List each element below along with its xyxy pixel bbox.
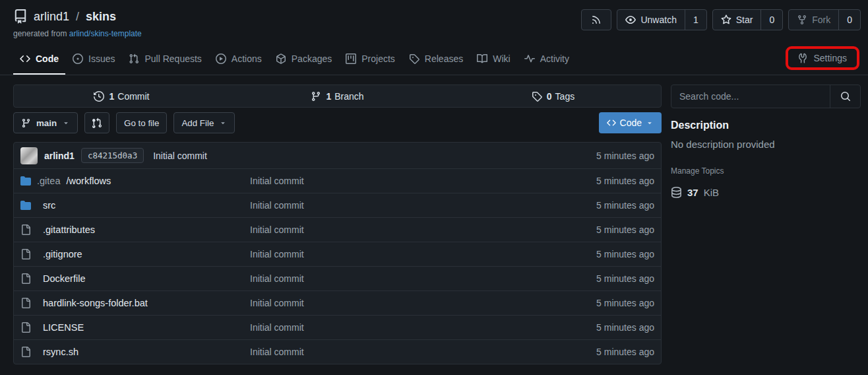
tags-label: Tags xyxy=(555,91,575,102)
rss-button[interactable] xyxy=(581,9,611,30)
file-link[interactable]: .gitignore xyxy=(43,249,82,259)
table-row: Dockerfile Initial commit 5 minutes ago xyxy=(14,266,661,290)
star-icon xyxy=(721,15,731,25)
file-commit-message[interactable]: Initial commit xyxy=(250,347,304,357)
commit-message-link[interactable]: Initial commit xyxy=(153,151,207,161)
file-commit-message[interactable]: Initial commit xyxy=(250,298,304,308)
watch-button-group: Unwatch 1 xyxy=(617,9,706,30)
file-commit-message[interactable]: Initial commit xyxy=(250,322,304,333)
file-commit-time: 5 minutes ago xyxy=(596,322,654,333)
table-row: hardlink-songs-folder.bat Initial commit… xyxy=(14,290,661,315)
avatar[interactable] xyxy=(20,147,38,164)
table-row: .gitattributes Initial commit 5 minutes … xyxy=(14,217,661,242)
search-button[interactable] xyxy=(830,85,860,108)
repo-tabbar: Code Issues Pull Requests Actions Packag… xyxy=(0,44,868,75)
tab-pull-requests-label: Pull Requests xyxy=(144,53,201,64)
code-download-button[interactable]: Code xyxy=(599,112,662,133)
tab-pull-requests[interactable]: Pull Requests xyxy=(122,44,208,75)
rss-icon xyxy=(591,15,602,25)
commit-time: 5 minutes ago xyxy=(596,151,654,161)
file-icon xyxy=(20,298,31,308)
file-link[interactable]: hardlink-songs-folder.bat xyxy=(43,298,148,308)
tab-packages[interactable]: Packages xyxy=(269,44,338,75)
commit-author-link[interactable]: arlind1 xyxy=(44,151,75,161)
commits-stat[interactable]: 1 Commit xyxy=(14,91,230,102)
file-commit-message[interactable]: Initial commit xyxy=(250,176,304,186)
manage-topics-link[interactable]: Manage Topics xyxy=(671,166,861,176)
branch-name: main xyxy=(36,118,57,128)
file-commit-message[interactable]: Initial commit xyxy=(250,200,304,211)
repo-content: 1 Commit 1 Branch 0 Tags main xyxy=(0,75,868,364)
file-commit-message[interactable]: Initial commit xyxy=(250,273,304,284)
generated-from-label: generated from xyxy=(13,29,67,38)
file-icon xyxy=(20,273,31,284)
tags-stat[interactable]: 0 Tags xyxy=(445,91,661,102)
file-commit-message[interactable]: Initial commit xyxy=(250,249,304,259)
file-link[interactable]: rsync.sh xyxy=(43,347,78,357)
package-icon xyxy=(276,53,286,64)
description-title: Description xyxy=(671,119,861,131)
folder-icon xyxy=(20,200,31,211)
template-repo-link[interactable]: arlind/skins-template xyxy=(69,29,142,38)
branches-stat[interactable]: 1 Branch xyxy=(230,91,445,102)
add-file-button[interactable]: Add File xyxy=(173,112,235,133)
pulse-icon xyxy=(524,53,535,64)
file-icon xyxy=(20,224,31,235)
file-link[interactable]: /workflows xyxy=(66,176,111,186)
tab-code[interactable]: Code xyxy=(13,44,65,75)
branch-icon xyxy=(311,91,323,102)
tab-activity[interactable]: Activity xyxy=(518,44,576,75)
table-row: .gitignore Initial commit 5 minutes ago xyxy=(14,242,661,266)
tab-releases[interactable]: Releases xyxy=(402,44,470,75)
tab-issues-label: Issues xyxy=(88,53,115,64)
file-commit-time: 5 minutes ago xyxy=(596,176,654,186)
go-to-file-button[interactable]: Go to file xyxy=(116,112,167,133)
branches-count: 1 xyxy=(326,91,331,102)
tab-wiki[interactable]: Wiki xyxy=(470,44,516,75)
issue-icon xyxy=(73,53,83,64)
tab-projects[interactable]: Projects xyxy=(339,44,402,75)
file-icon xyxy=(20,347,31,357)
latest-commit-row: arlind1 c84215d0a3 Initial commit 5 minu… xyxy=(14,143,661,168)
tab-issues[interactable]: Issues xyxy=(66,44,121,75)
description-empty-text: No description provided xyxy=(671,139,861,150)
code-icon xyxy=(20,53,30,64)
settings-highlight-annotation: Settings xyxy=(786,46,859,70)
tab-settings[interactable]: Settings xyxy=(795,53,850,63)
table-row: LICENSE Initial commit 5 minutes ago xyxy=(14,315,661,339)
search-input[interactable] xyxy=(671,85,830,108)
star-button[interactable]: Star xyxy=(713,10,761,30)
forks-count[interactable]: 0 xyxy=(838,10,860,30)
watchers-count[interactable]: 1 xyxy=(685,10,706,30)
code-button-label: Code xyxy=(620,118,642,128)
file-link[interactable]: .gitattributes xyxy=(43,224,95,235)
code-toolbar: main Go to file Add File Code xyxy=(13,112,662,133)
compare-button[interactable] xyxy=(84,112,109,133)
file-table: arlind1 c84215d0a3 Initial commit 5 minu… xyxy=(13,142,662,364)
repo-name-link[interactable]: skins xyxy=(86,10,116,24)
branch-icon xyxy=(21,118,31,128)
branch-selector[interactable]: main xyxy=(13,112,78,133)
file-commit-message[interactable]: Initial commit xyxy=(250,224,304,235)
repo-title-block: arlind1 / skins generated from arlind/sk… xyxy=(13,9,142,38)
unwatch-button[interactable]: Unwatch xyxy=(617,10,684,30)
file-icon xyxy=(20,249,31,259)
fork-button[interactable]: Fork xyxy=(789,10,838,30)
file-path-prefix: .gitea xyxy=(37,176,60,186)
file-link[interactable]: LICENSE xyxy=(43,322,84,333)
file-link[interactable]: Dockerfile xyxy=(43,273,85,284)
tags-count: 0 xyxy=(547,91,552,102)
file-commit-time: 5 minutes ago xyxy=(596,249,654,259)
file-link[interactable]: src xyxy=(43,200,55,211)
unwatch-label: Unwatch xyxy=(640,15,676,25)
code-icon xyxy=(607,118,616,127)
repo-owner-link[interactable]: arlind1 xyxy=(34,10,69,24)
repo-header: arlind1 / skins generated from arlind/sk… xyxy=(0,0,868,38)
stars-count[interactable]: 0 xyxy=(760,10,782,30)
git-compare-icon xyxy=(92,118,102,128)
chevron-down-icon xyxy=(646,119,654,127)
code-search-box xyxy=(671,85,861,108)
commit-sha-link[interactable]: c84215d0a3 xyxy=(81,148,144,163)
fork-icon xyxy=(797,15,807,25)
tab-actions[interactable]: Actions xyxy=(209,44,268,75)
